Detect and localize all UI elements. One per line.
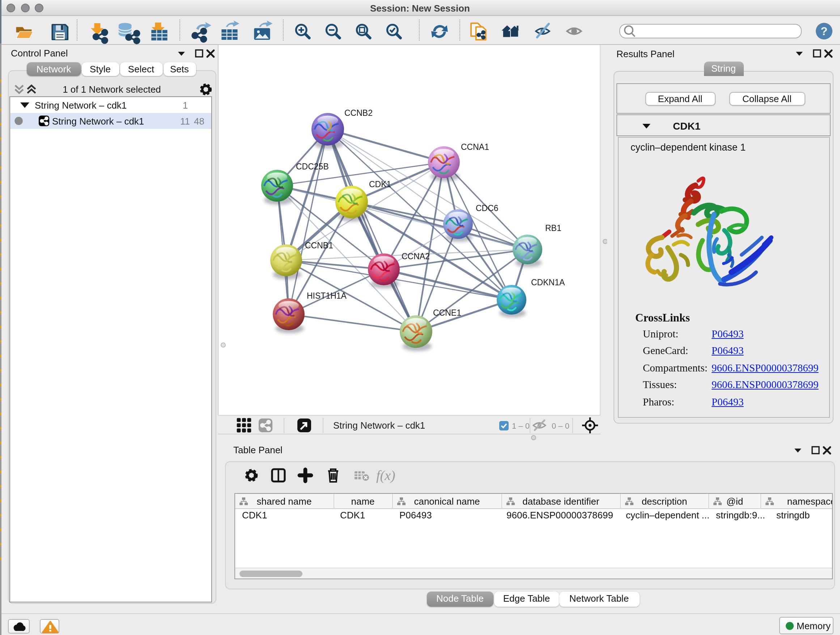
- svg-text:HIST1H1A: HIST1H1A: [306, 291, 347, 301]
- svg-text:CCNA2: CCNA2: [401, 252, 429, 261]
- svg-text:?: ?: [821, 25, 828, 38]
- svg-text:CCNA1: CCNA1: [461, 142, 489, 152]
- svg-text:CDKN1A: CDKN1A: [531, 278, 565, 287]
- svg-text:RB1: RB1: [545, 223, 561, 233]
- svg-text:CDC6: CDC6: [475, 203, 498, 213]
- svg-text:f(x): f(x): [376, 468, 395, 483]
- svg-text:CCNE1: CCNE1: [433, 308, 461, 318]
- svg-text:CDK1: CDK1: [369, 180, 391, 189]
- svg-text:CCNB2: CCNB2: [344, 108, 372, 118]
- svg-text:CCNB1: CCNB1: [305, 241, 333, 250]
- svg-text:CDC25B: CDC25B: [295, 162, 328, 171]
